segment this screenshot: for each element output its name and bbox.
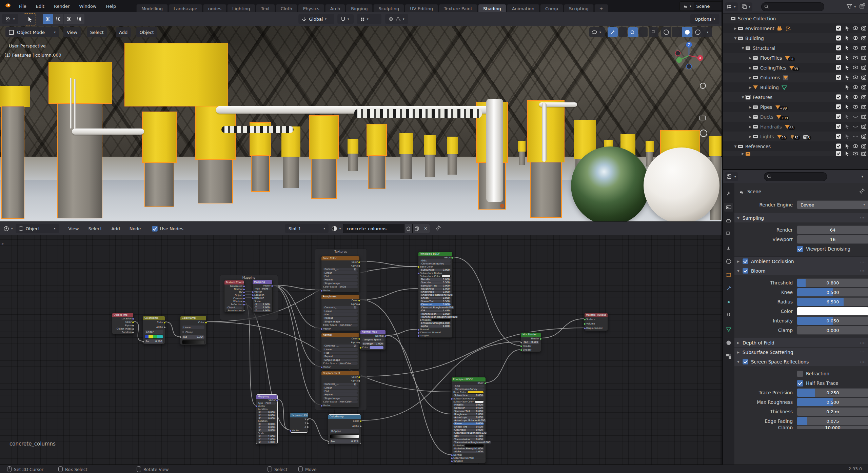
- checkbox-toggle-icon[interactable]: [836, 25, 841, 31]
- socket-out[interactable]: [276, 399, 278, 401]
- node-colorramp[interactable]: ColorRampColorAlphaB-SplinePos0.773: [328, 414, 361, 444]
- workspace-tab-shading[interactable]: Shading: [478, 4, 506, 13]
- properties-tab-physics[interactable]: [724, 298, 733, 307]
- eye-open-toggle-icon[interactable]: [853, 35, 858, 41]
- node-separate-xyz[interactable]: Separate XYZXYZVector: [290, 413, 308, 433]
- panel-header-screen-space-reflections[interactable]: ▼Screen Space Reflections::::: [734, 357, 868, 366]
- socket-out[interactable]: [307, 422, 309, 425]
- socket-out[interactable]: [358, 265, 360, 267]
- move-view-hand-icon[interactable]: [698, 96, 709, 108]
- expand-arrow[interactable]: ▶: [748, 56, 753, 60]
- workspace-tab-scripting[interactable]: Scripting: [564, 4, 594, 13]
- outliner-row-ceilingtiles[interactable]: ▶CeilingTiles99: [723, 63, 868, 73]
- outliner-row-scene-collection[interactable]: Scene Collection: [723, 14, 868, 23]
- eye-closed-toggle-icon[interactable]: [853, 124, 858, 130]
- socket-in[interactable]: [252, 291, 254, 293]
- workspace-tab-cloth[interactable]: Cloth: [276, 4, 297, 13]
- panel-header-sampling[interactable]: ▼Sampling::::: [734, 213, 868, 222]
- outliner-row-references[interactable]: ▼References: [723, 141, 868, 151]
- socket-in[interactable]: [520, 349, 522, 351]
- socket-in[interactable]: [417, 329, 420, 331]
- properties-tab-object-data[interactable]: [724, 325, 733, 334]
- workspace-tab-uv-editing[interactable]: UV Editing: [405, 4, 438, 13]
- node-colorramp[interactable]: ColorRampColorAlphaLinearFac0.500: [143, 316, 165, 344]
- properties-tab-modifiers[interactable]: [724, 284, 733, 293]
- prop-slider[interactable]: 6.500: [797, 297, 868, 306]
- scene-pipe[interactable]: [72, 129, 144, 135]
- socket-out[interactable]: [132, 328, 134, 330]
- socket-in[interactable]: [451, 454, 453, 456]
- socket-out[interactable]: [163, 326, 166, 329]
- node-texture-coordinate[interactable]: Texture CoordinateGeneratedNormalUVObjec…: [224, 280, 244, 313]
- cursor-toggle-icon[interactable]: [844, 35, 850, 41]
- mode-dropdown[interactable]: Object Mode▾: [5, 27, 59, 37]
- workspace-tab-text[interactable]: Text: [256, 4, 275, 13]
- properties-tab-object[interactable]: [724, 271, 733, 279]
- region-expand-arrow[interactable]: »: [1, 241, 4, 246]
- cursor-dim-toggle-icon[interactable]: [844, 124, 850, 130]
- socket-in[interactable]: [520, 341, 522, 344]
- viewport-menu-view[interactable]: View: [63, 27, 81, 37]
- workspace-tab-comp[interactable]: Comp: [540, 4, 563, 13]
- outliner-row-ducts[interactable]: ▶Ducts+99: [723, 112, 868, 122]
- socket-in[interactable]: [320, 328, 323, 330]
- socket-in[interactable]: [451, 398, 453, 400]
- panel-checkbox[interactable]: [743, 268, 748, 274]
- camera-toggle-icon[interactable]: [861, 104, 867, 110]
- material-name-field[interactable]: concrete_columns: [343, 224, 405, 233]
- socket-out[interactable]: [271, 285, 273, 287]
- outliner-row-building[interactable]: ▼Building: [723, 33, 868, 43]
- blender-logo-icon[interactable]: [4, 3, 11, 9]
- checkbox-toggle-icon[interactable]: [836, 94, 841, 100]
- prop-slider[interactable]: 0.800: [797, 278, 868, 287]
- checkbox-toggle-icon[interactable]: [836, 75, 841, 80]
- prop-field[interactable]: [797, 307, 868, 316]
- eye-open-toggle-icon[interactable]: [853, 75, 858, 80]
- color-swatch[interactable]: [475, 400, 484, 403]
- node-base-color[interactable]: Base ColorColorAlphaConcrete_…2LinearFla…: [321, 256, 360, 293]
- show-object-types[interactable]: ▾: [589, 27, 605, 37]
- editor-type-icon[interactable]: ▾: [3, 226, 13, 232]
- scene-pipe[interactable]: [354, 109, 482, 118]
- expand-arrow[interactable]: ▶: [733, 27, 738, 30]
- socket-in[interactable]: [584, 323, 586, 325]
- scene-column[interactable]: [54, 103, 106, 218]
- scene-pipe[interactable]: [70, 78, 72, 129]
- socket-out[interactable]: [359, 420, 362, 422]
- workspace-tab-animation[interactable]: Animation: [507, 4, 539, 13]
- camera-toggle-icon[interactable]: [861, 84, 867, 90]
- camera-toggle-icon[interactable]: [861, 124, 867, 130]
- socket-out[interactable]: [359, 425, 362, 428]
- prop-field[interactable]: 16: [797, 235, 868, 244]
- cursor-toggle-icon[interactable]: [844, 94, 850, 100]
- scene-pipe[interactable]: [542, 102, 547, 162]
- menu-edit[interactable]: Edit: [31, 4, 49, 9]
- properties-search[interactable]: [764, 172, 827, 181]
- expand-arrow[interactable]: ▶: [748, 105, 753, 109]
- scene-column[interactable]: [518, 141, 526, 165]
- eye-open-toggle-icon[interactable]: [853, 65, 858, 71]
- socket-in[interactable]: [289, 430, 292, 432]
- camera-view-icon[interactable]: [698, 112, 709, 123]
- transform-orientation[interactable]: Global▾: [298, 14, 334, 24]
- pin-icon[interactable]: [436, 225, 441, 232]
- shading-rendered[interactable]: [693, 27, 703, 37]
- camera-toggle-icon[interactable]: [861, 134, 867, 139]
- color-swatch[interactable]: [369, 346, 384, 349]
- socket-out[interactable]: [205, 321, 207, 324]
- overlays-toggle[interactable]: [628, 27, 638, 37]
- select-mode-2[interactable]: [64, 14, 74, 24]
- eye-closed-toggle-icon[interactable]: [853, 134, 858, 139]
- outliner-row-floortiles[interactable]: ▶FloorTiles81: [723, 53, 868, 63]
- socket-out[interactable]: [132, 324, 134, 327]
- properties-tab-material[interactable]: [724, 338, 733, 347]
- socket-out[interactable]: [484, 382, 487, 385]
- select-mode-3[interactable]: [74, 14, 84, 24]
- socket-in[interactable]: [584, 318, 586, 321]
- shader-menu-node[interactable]: Node: [125, 226, 146, 231]
- viewport-menu-add[interactable]: Add: [116, 27, 131, 37]
- panel-expand-arrow[interactable]: ▼: [737, 269, 743, 273]
- render-engine-select[interactable]: Eevee▾: [797, 200, 868, 209]
- scene-column[interactable]: [195, 106, 235, 203]
- prop-slider[interactable]: 0.000: [797, 326, 868, 335]
